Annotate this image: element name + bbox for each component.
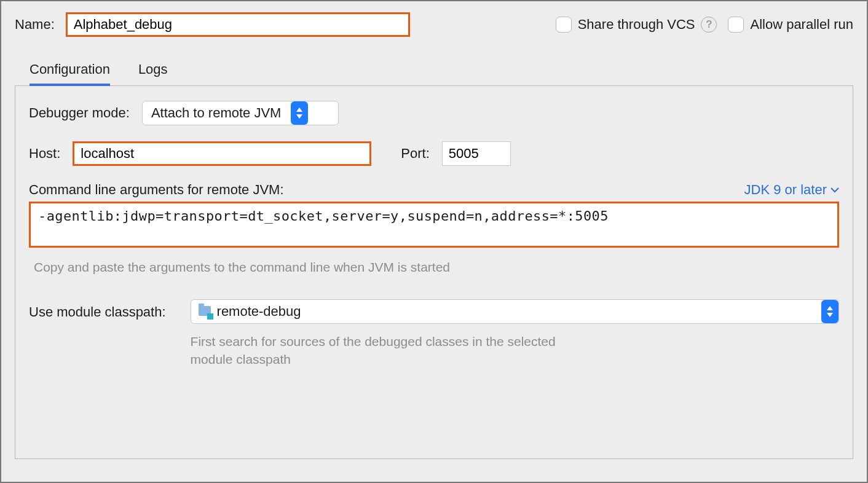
debugger-mode-select[interactable]: Attach to remote JVM — [142, 101, 339, 125]
port-input[interactable] — [442, 141, 511, 166]
module-hint: First search for sources of the debugged… — [191, 332, 584, 369]
svg-marker-3 — [827, 313, 833, 317]
module-label: Use module classpath: — [29, 299, 166, 320]
jdk-version-text: JDK 9 or later — [744, 182, 827, 198]
share-vcs-option[interactable]: Share through VCS ? — [556, 17, 717, 33]
name-label: Name: — [15, 17, 55, 33]
help-icon[interactable]: ? — [701, 17, 717, 33]
cmd-header: Command line arguments for remote JVM: J… — [29, 182, 839, 198]
module-value: remote-debug — [217, 304, 301, 320]
debugger-mode-value: Attach to remote JVM — [151, 105, 282, 121]
cmd-hint: Copy and paste the arguments to the comm… — [29, 260, 839, 275]
share-vcs-label: Share through VCS — [578, 17, 695, 33]
module-icon — [199, 305, 212, 318]
cmd-label: Command line arguments for remote JVM: — [29, 182, 284, 198]
host-input[interactable] — [73, 141, 371, 166]
tabs: Configuration Logs — [15, 54, 853, 86]
parallel-run-option[interactable]: Allow parallel run — [728, 17, 853, 33]
tab-configuration[interactable]: Configuration — [30, 54, 110, 86]
chevron-down-icon — [831, 187, 839, 193]
share-vcs-checkbox[interactable] — [556, 17, 572, 33]
parallel-run-label: Allow parallel run — [750, 17, 853, 33]
port-label: Port: — [401, 146, 429, 162]
select-arrows-icon — [821, 300, 838, 323]
name-input[interactable] — [66, 12, 410, 37]
debugger-mode-label: Debugger mode: — [29, 105, 130, 121]
host-port-row: Host: Port: — [29, 141, 839, 166]
debugger-mode-row: Debugger mode: Attach to remote JVM — [29, 101, 839, 125]
top-row: Name: Share through VCS ? Allow parallel… — [15, 12, 853, 37]
svg-marker-2 — [827, 306, 833, 310]
cmd-args-field[interactable]: -agentlib:jdwp=transport=dt_socket,serve… — [29, 202, 839, 248]
parallel-run-checkbox[interactable] — [728, 17, 744, 33]
configuration-panel: Debugger mode: Attach to remote JVM Host… — [15, 85, 853, 459]
host-label: Host: — [29, 146, 60, 162]
module-classpath-select[interactable]: remote-debug — [191, 299, 839, 324]
tab-logs[interactable]: Logs — [138, 54, 168, 86]
module-row: Use module classpath: remote-debug First… — [29, 299, 839, 369]
svg-marker-0 — [296, 108, 302, 112]
jdk-version-link[interactable]: JDK 9 or later — [744, 182, 840, 198]
svg-marker-1 — [296, 114, 302, 119]
run-config-dialog: Name: Share through VCS ? Allow parallel… — [0, 0, 868, 483]
select-arrows-icon — [291, 101, 308, 125]
